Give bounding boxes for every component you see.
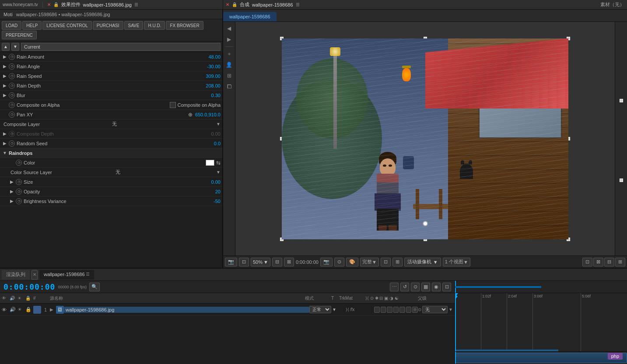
pan-xy-value[interactable]: 650.0,910.0 [194, 112, 221, 117]
lock-icon-left[interactable]: 🔒 [53, 2, 59, 7]
rain-amount-clock[interactable]: ◷ [9, 54, 15, 60]
switch-2[interactable] [381, 307, 386, 313]
random-seed-expand[interactable]: ▶ [2, 140, 8, 147]
blur-expand[interactable]: ▶ [2, 92, 8, 98]
tl-icon-box[interactable]: ⊡ [442, 283, 451, 291]
close-render-tab[interactable]: ✕ [32, 270, 38, 280]
pan-xy-clock[interactable]: ◷ [9, 112, 15, 118]
view-btn-3[interactable]: ⊟ [604, 258, 614, 266]
track-solo-1[interactable]: ☀ [18, 307, 25, 312]
size-expand[interactable]: ▶ [9, 179, 15, 185]
color-btn[interactable]: 🎨 [346, 258, 358, 266]
save-button[interactable]: SAVE [124, 21, 144, 30]
composite-depth-expand[interactable]: ▶ [2, 131, 8, 137]
color-clock[interactable]: ◷ [16, 160, 22, 166]
preview-view-icon[interactable]: ⧠ [224, 82, 234, 91]
view-btn-1[interactable]: ⊡ [582, 258, 592, 266]
preview-plus-btn[interactable]: ＋ [224, 49, 234, 59]
track-mode-select-1[interactable]: 正常 [309, 306, 331, 313]
size-value[interactable]: 0.00 [194, 179, 221, 185]
switch-3[interactable] [387, 307, 392, 313]
menu-icon-right[interactable]: ☰ [296, 2, 300, 7]
switch-4[interactable] [393, 307, 399, 313]
timeline-search-button[interactable]: 🔍 [89, 283, 100, 291]
track-eye-1[interactable]: 👁 [2, 307, 10, 312]
rain-amount-value[interactable]: 48.00 [194, 54, 221, 60]
preview-arrow-next[interactable]: ▶ [224, 35, 234, 44]
comp-tab-menu[interactable]: ☰ [86, 272, 90, 276]
close-icon-left[interactable]: ✕ [47, 2, 51, 7]
rain-angle-expand[interactable]: ▶ [2, 63, 8, 70]
track-parent-select-1[interactable]: 无 [422, 306, 448, 313]
track-clip-1[interactable] [455, 353, 627, 363]
expand-view-btn[interactable]: ⊞ [392, 258, 403, 266]
safe-frame-button[interactable]: ⊟ [272, 258, 282, 266]
color-source-layer-dropdown[interactable]: 无 ▼ [116, 169, 221, 175]
exposure-btn[interactable]: ⊙ [334, 258, 344, 266]
preview-expand-icon[interactable]: ⊞ [224, 71, 234, 80]
license-button[interactable]: LICENSE CONTROL [42, 21, 91, 30]
purchase-button[interactable]: PURCHASI [93, 21, 123, 30]
opacity-expand[interactable]: ▶ [9, 189, 15, 195]
fx-browser-button[interactable]: FX BROWSER [166, 21, 203, 30]
help-button[interactable]: HELP [22, 21, 42, 30]
tl-icon-graph[interactable]: ⊙ [411, 283, 420, 291]
brightness-variance-expand[interactable]: ▶ [9, 198, 15, 204]
preview-person-icon[interactable]: 👤 [224, 60, 234, 70]
rain-speed-value[interactable]: 309.00 [194, 74, 221, 79]
lock-icon-right[interactable]: 🔒 [232, 2, 237, 7]
close-icon-right[interactable]: ✕ [226, 2, 229, 7]
rain-angle-clock[interactable]: ◷ [9, 63, 15, 70]
hud-button[interactable]: H.U.D. [144, 21, 165, 30]
rain-depth-clock[interactable]: ◷ [9, 83, 15, 89]
zoom-selector[interactable]: 50% ▼ [251, 258, 270, 266]
preferences-button[interactable]: PREFERENC [2, 31, 37, 39]
motion-tab-label[interactable]: Moti [4, 12, 13, 17]
work-area-bar[interactable] [455, 350, 558, 351]
load-button[interactable]: LOAD [2, 21, 21, 30]
rain-depth-value[interactable]: 208.00 [194, 83, 221, 88]
comp-tab-active[interactable]: wallpaper-1598686 ☰ [39, 270, 94, 280]
camera-btn[interactable]: 📷 [320, 258, 333, 266]
composite-depth-clock[interactable]: ◷ [9, 131, 15, 137]
color-reset-icon[interactable]: ⇆ [216, 160, 221, 166]
brightness-variance-value[interactable]: -50 [194, 199, 221, 204]
tl-icon-loop[interactable]: ↺ [400, 283, 409, 291]
rain-angle-value[interactable]: -30.00 [194, 64, 221, 69]
opacity-value[interactable]: 20 [194, 189, 221, 194]
blur-value[interactable]: 0.30 [194, 93, 221, 98]
rain-depth-expand[interactable]: ▶ [2, 83, 8, 89]
composite-alpha-checkbox[interactable] [170, 102, 176, 108]
preview-tab-active[interactable]: wallpaper-1598686 [223, 12, 277, 21]
resolution-button[interactable]: ⊠ [284, 258, 294, 266]
view-btn-4[interactable]: ⊞ [615, 258, 625, 266]
raindrops-expand[interactable]: ▼ [2, 150, 8, 156]
track-audio-1[interactable]: 🔊 [10, 307, 18, 312]
rain-amount-expand[interactable]: ▶ [2, 54, 8, 60]
view-btn-2[interactable]: ⊠ [593, 258, 603, 266]
switch-7[interactable]: ⊙ [412, 307, 418, 313]
track-label-color-1[interactable] [33, 306, 41, 314]
track-lock-1[interactable]: 🔒 [25, 307, 33, 312]
tl-icon-motion[interactable]: ▦ [421, 283, 430, 291]
preset-prev-button[interactable]: ▲ [2, 43, 10, 51]
composite-alpha-clock[interactable]: ◷ [9, 102, 15, 108]
rain-speed-expand[interactable]: ▶ [2, 73, 8, 79]
random-seed-value[interactable]: 0.0 [194, 141, 221, 146]
full-screen-btn[interactable]: ⊡ [381, 258, 391, 266]
size-clock[interactable]: ◷ [16, 179, 22, 185]
preset-label[interactable]: Current [21, 43, 221, 51]
grid-button[interactable]: ⊡ [239, 258, 249, 266]
views-selector[interactable]: 1 个视图 ▼ [443, 258, 470, 266]
blur-clock[interactable]: ◷ [9, 92, 15, 98]
render-queue-tab[interactable]: 渲染队列 [2, 270, 30, 280]
brightness-variance-clock[interactable]: ◷ [16, 198, 22, 204]
rain-speed-clock[interactable]: ◷ [9, 73, 15, 79]
switch-5[interactable] [399, 307, 405, 313]
track-name-1[interactable]: wallpaper-1598686.jpg [64, 307, 309, 313]
composite-layer-dropdown[interactable]: 无 ▼ [112, 121, 221, 127]
tl-icon-snake[interactable]: ⋯ [390, 283, 399, 291]
color-swatch[interactable] [206, 160, 214, 166]
preview-arrow-prev[interactable]: ◀ [224, 24, 234, 33]
camera-selector[interactable]: 活动摄像机 ▼ [404, 258, 441, 266]
